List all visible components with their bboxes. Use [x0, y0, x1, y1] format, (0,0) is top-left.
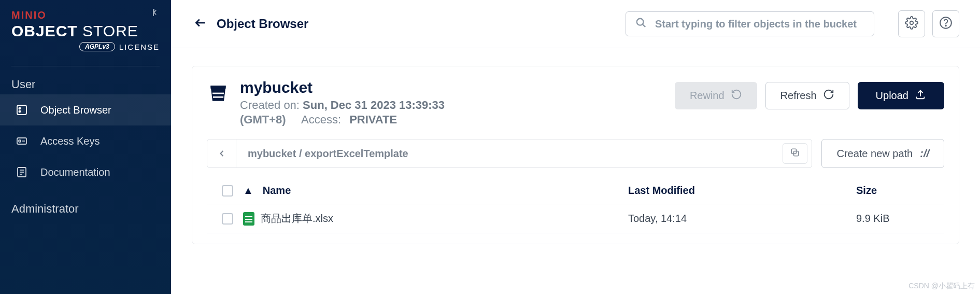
search-input[interactable]	[655, 18, 864, 30]
created-tz: (GMT+8)	[240, 113, 286, 126]
license-row: AGPLv3 LICENSE	[11, 42, 160, 51]
product-title-light: STORE	[82, 22, 138, 39]
new-path-label: Create new path	[836, 148, 913, 160]
row-size-cell: 9.9 KiB	[856, 213, 939, 225]
bucket-created: Created on: Sun, Dec 31 2023 13:39:33	[240, 99, 664, 112]
rewind-button: Rewind	[675, 82, 757, 109]
bucket-actions: Rewind Refresh Upload	[675, 82, 944, 109]
upload-icon	[915, 89, 926, 103]
watermark: CSDN @小瞿码上有	[908, 282, 975, 291]
svg-point-16	[945, 25, 946, 26]
sidebar-section-admin: Administrator	[0, 197, 171, 219]
path-back-button[interactable]	[207, 139, 236, 167]
row-checkbox[interactable]	[212, 213, 243, 225]
bucket-header: mybucket Created on: Sun, Dec 31 2023 13…	[207, 79, 944, 127]
copy-icon	[790, 147, 800, 160]
column-size-label: Size	[856, 185, 877, 196]
search-box[interactable]	[626, 11, 874, 36]
sidebar-item-label: Documentation	[40, 166, 110, 178]
created-label: Created on:	[240, 99, 300, 111]
svg-point-12	[637, 19, 644, 25]
column-name[interactable]: ▲ Name	[243, 185, 628, 197]
refresh-button[interactable]: Refresh	[765, 82, 849, 109]
sidebar-item-label: Access Keys	[40, 135, 100, 147]
select-all-checkbox[interactable]	[212, 185, 243, 197]
settings-button[interactable]	[898, 10, 925, 37]
sidebar-item-documentation[interactable]: Documentation	[0, 157, 171, 188]
main: Object Browser	[171, 0, 980, 294]
breadcrumb[interactable]: mybucket / exportExcelTemplate	[236, 148, 783, 160]
upload-label: Upload	[876, 90, 908, 102]
collapse-sidebar-icon[interactable]	[151, 7, 162, 20]
page-title: Object Browser	[217, 17, 308, 31]
create-new-path-button[interactable]: Create new path ://	[821, 139, 944, 168]
refresh-label: Refresh	[780, 90, 817, 102]
sidebar-item-access-keys[interactable]: Access Keys	[0, 125, 171, 157]
column-modified[interactable]: Last Modified	[628, 185, 856, 197]
documentation-icon	[15, 166, 29, 178]
file-name: 商品出库单.xlsx	[261, 212, 333, 226]
object-browser-icon	[15, 104, 29, 116]
table-row[interactable]: 商品出库单.xlsx Today, 14:14 9.9 KiB	[207, 204, 944, 233]
bucket-access-row: (GMT+8) Access: PRIVATE	[240, 113, 664, 127]
back-arrow-icon[interactable]	[194, 16, 207, 32]
path-row: mybucket / exportExcelTemplate Create ne…	[207, 139, 944, 168]
svg-point-5	[19, 140, 21, 142]
product-title-bold: OBJECT	[11, 22, 78, 39]
content: mybucket Created on: Sun, Dec 31 2023 13…	[171, 48, 980, 244]
bucket-name: mybucket	[240, 79, 664, 96]
search-icon	[635, 17, 647, 31]
access-keys-icon	[15, 135, 29, 147]
column-size[interactable]: Size	[856, 185, 939, 197]
sidebar: MINIO OBJECT STORE AGPLv3 LICENSE User O…	[0, 0, 171, 294]
topbar: Object Browser	[171, 0, 980, 48]
logo-area: MINIO OBJECT STORE AGPLv3 LICENSE	[0, 0, 171, 57]
objects-table: ▲ Name Last Modified Size 商品出库单.xlsx	[207, 177, 944, 233]
back-row: Object Browser	[194, 16, 308, 32]
bucket-card: mybucket Created on: Sun, Dec 31 2023 13…	[192, 66, 959, 244]
access-value: PRIVATE	[349, 113, 397, 126]
help-icon	[939, 16, 953, 32]
svg-rect-1	[17, 105, 26, 115]
sidebar-item-label: Object Browser	[40, 104, 111, 116]
gear-icon	[905, 16, 918, 32]
xlsx-file-icon	[243, 212, 254, 226]
upload-button[interactable]: Upload	[858, 82, 944, 109]
help-button[interactable]	[932, 10, 959, 37]
brand-logo: MINIO	[11, 9, 160, 21]
copy-path-button[interactable]	[783, 143, 807, 164]
svg-point-3	[19, 111, 21, 113]
svg-line-13	[643, 24, 646, 27]
rewind-label: Rewind	[690, 90, 725, 102]
column-name-label: Name	[263, 185, 291, 197]
new-path-icon: ://	[920, 148, 929, 160]
table-header: ▲ Name Last Modified Size	[207, 177, 944, 204]
license-label: LICENSE	[119, 43, 160, 51]
bucket-icon	[207, 82, 230, 107]
refresh-icon	[823, 89, 834, 103]
sidebar-section-user: User	[0, 73, 171, 94]
bucket-meta: mybucket Created on: Sun, Dec 31 2023 13…	[240, 79, 664, 127]
svg-point-2	[19, 108, 21, 109]
access-label: Access:	[301, 113, 341, 126]
column-modified-label: Last Modified	[628, 185, 695, 196]
path-bar: mybucket / exportExcelTemplate	[207, 139, 812, 168]
row-modified-cell: Today, 14:14	[628, 213, 856, 225]
sort-asc-icon: ▲	[243, 185, 253, 197]
divider	[11, 66, 160, 66]
product-title: OBJECT STORE	[11, 22, 160, 40]
sidebar-item-object-browser[interactable]: Object Browser	[0, 94, 171, 125]
created-value: Sun, Dec 31 2023 13:39:33	[303, 99, 445, 111]
topbar-actions	[898, 10, 959, 37]
rewind-icon	[731, 89, 742, 103]
row-name-cell: 商品出库单.xlsx	[243, 212, 628, 226]
svg-rect-17	[210, 86, 225, 89]
svg-point-14	[910, 21, 914, 25]
agpl-badge: AGPLv3	[79, 42, 115, 51]
